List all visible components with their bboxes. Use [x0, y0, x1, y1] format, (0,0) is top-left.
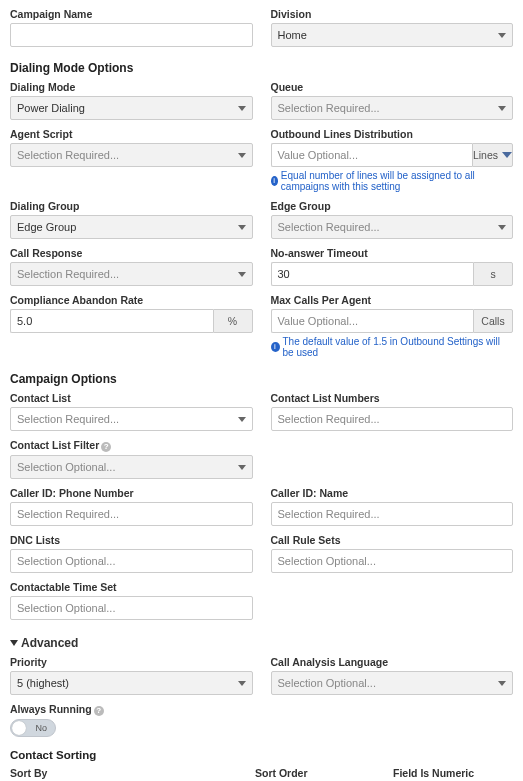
dnc-lists-value: Selection Optional...: [17, 555, 115, 567]
contact-list-value: Selection Required...: [17, 413, 119, 425]
chevron-down-icon: [498, 33, 506, 38]
contactable-time-set-select[interactable]: Selection Optional...: [10, 596, 253, 620]
max-calls-per-agent-value: Value Optional...: [278, 315, 359, 327]
caller-id-phone-label: Caller ID: Phone Number: [10, 487, 253, 499]
chevron-down-icon: [238, 417, 246, 422]
max-calls-per-agent-input[interactable]: Value Optional...: [271, 309, 474, 333]
campaign-name-label: Campaign Name: [10, 8, 253, 20]
division-select[interactable]: Home: [271, 23, 514, 47]
campaign-name-input[interactable]: [10, 23, 253, 47]
agent-script-select[interactable]: Selection Required...: [10, 143, 253, 167]
queue-select[interactable]: Selection Required...: [271, 96, 514, 120]
max-calls-per-agent-unit: Calls: [481, 315, 504, 327]
agent-script-value: Selection Required...: [17, 149, 119, 161]
no-answer-timeout-label: No-answer Timeout: [271, 247, 514, 259]
contact-list-filter-value: Selection Optional...: [17, 461, 115, 473]
campaign-options-title: Campaign Options: [10, 372, 513, 386]
compliance-abandon-rate-unit-box: %: [213, 309, 253, 333]
dialing-group-select[interactable]: Edge Group: [10, 215, 253, 239]
caller-id-name-select[interactable]: Selection Required...: [271, 502, 514, 526]
no-answer-timeout-unit-box: s: [473, 262, 513, 286]
call-analysis-lang-select[interactable]: Selection Optional...: [271, 671, 514, 695]
dnc-lists-label: DNC Lists: [10, 534, 253, 546]
contact-list-filter-label: Contact List Filter?: [10, 439, 253, 452]
outbound-dist-label: Outbound Lines Distribution: [271, 128, 514, 140]
contact-list-numbers-select[interactable]: Selection Required...: [271, 407, 514, 431]
priority-label: Priority: [10, 656, 253, 668]
call-analysis-lang-value: Selection Optional...: [278, 677, 376, 689]
call-response-label: Call Response: [10, 247, 253, 259]
compliance-abandon-rate-value: 5.0: [17, 315, 32, 327]
call-response-value: Selection Required...: [17, 268, 119, 280]
caller-id-name-value: Selection Required...: [278, 508, 380, 520]
dialing-mode-value: Power Dialing: [17, 102, 85, 114]
no-answer-timeout-input[interactable]: 30: [271, 262, 474, 286]
chevron-down-icon: [498, 106, 506, 111]
chevron-down-icon: [238, 465, 246, 470]
contact-sorting-title: Contact Sorting: [10, 749, 513, 761]
help-icon: ?: [101, 442, 111, 452]
division-label: Division: [271, 8, 514, 20]
info-icon: i: [271, 176, 278, 186]
always-running-value: No: [35, 723, 47, 733]
dialing-group-value: Edge Group: [17, 221, 76, 233]
contactable-time-set-value: Selection Optional...: [17, 602, 115, 614]
contact-list-filter-select[interactable]: Selection Optional...: [10, 455, 253, 479]
edge-group-select[interactable]: Selection Required...: [271, 215, 514, 239]
caller-id-phone-value: Selection Required...: [17, 508, 119, 520]
max-calls-per-agent-unit-box: Calls: [473, 309, 513, 333]
division-value: Home: [278, 29, 307, 41]
call-response-select[interactable]: Selection Required...: [10, 262, 253, 286]
call-rule-sets-select[interactable]: Selection Optional...: [271, 549, 514, 573]
chevron-down-icon: [238, 272, 246, 277]
sort-order-label: Sort Order: [255, 767, 375, 779]
always-running-label: Always Running?: [10, 703, 253, 716]
contact-list-numbers-value: Selection Required...: [278, 413, 380, 425]
queue-label: Queue: [271, 81, 514, 93]
queue-value: Selection Required...: [278, 102, 380, 114]
no-answer-timeout-unit: s: [490, 268, 495, 280]
sort-by-label: Sort By: [10, 767, 237, 779]
call-rule-sets-value: Selection Optional...: [278, 555, 376, 567]
dnc-lists-select[interactable]: Selection Optional...: [10, 549, 253, 573]
chevron-down-icon: [498, 681, 506, 686]
dialing-mode-select[interactable]: Power Dialing: [10, 96, 253, 120]
edge-group-label: Edge Group: [271, 200, 514, 212]
compliance-abandon-rate-label: Compliance Abandon Rate: [10, 294, 253, 306]
advanced-title: Advanced: [21, 636, 78, 650]
agent-script-label: Agent Script: [10, 128, 253, 140]
chevron-down-icon: [238, 106, 246, 111]
caller-id-name-label: Caller ID: Name: [271, 487, 514, 499]
chevron-down-icon: [498, 225, 506, 230]
contact-list-numbers-label: Contact List Numbers: [271, 392, 514, 404]
advanced-toggle[interactable]: Advanced: [10, 636, 513, 650]
call-rule-sets-label: Call Rule Sets: [271, 534, 514, 546]
compliance-abandon-rate-input[interactable]: 5.0: [10, 309, 213, 333]
outbound-dist-info: i Equal number of lines will be assigned…: [271, 170, 514, 192]
contact-list-select[interactable]: Selection Required...: [10, 407, 253, 431]
outbound-dist-input[interactable]: Value Optional...: [271, 143, 472, 167]
caret-down-icon: [10, 640, 18, 646]
outbound-dist-unit-select[interactable]: Lines: [472, 143, 513, 167]
chevron-down-icon: [238, 153, 246, 158]
max-calls-per-agent-info: i The default value of 1.5 in Outbound S…: [271, 336, 514, 358]
caller-id-phone-select[interactable]: Selection Required...: [10, 502, 253, 526]
compliance-abandon-rate-unit: %: [228, 315, 237, 327]
field-is-numeric-label: Field Is Numeric: [393, 767, 513, 779]
no-answer-timeout-value: 30: [278, 268, 290, 280]
max-calls-per-agent-label: Max Calls Per Agent: [271, 294, 514, 306]
outbound-dist-value: Value Optional...: [278, 149, 359, 161]
contactable-time-set-label: Contactable Time Set: [10, 581, 253, 593]
toggle-knob: [12, 721, 26, 735]
priority-value: 5 (highest): [17, 677, 69, 689]
contact-list-label: Contact List: [10, 392, 253, 404]
chevron-down-icon: [238, 225, 246, 230]
info-icon: i: [271, 342, 280, 352]
dialing-mode-options-title: Dialing Mode Options: [10, 61, 513, 75]
priority-select[interactable]: 5 (highest): [10, 671, 253, 695]
call-analysis-lang-label: Call Analysis Language: [271, 656, 514, 668]
dialing-mode-label: Dialing Mode: [10, 81, 253, 93]
help-icon: ?: [94, 706, 104, 716]
outbound-dist-unit: Lines: [473, 149, 498, 161]
always-running-toggle[interactable]: No: [10, 719, 56, 737]
